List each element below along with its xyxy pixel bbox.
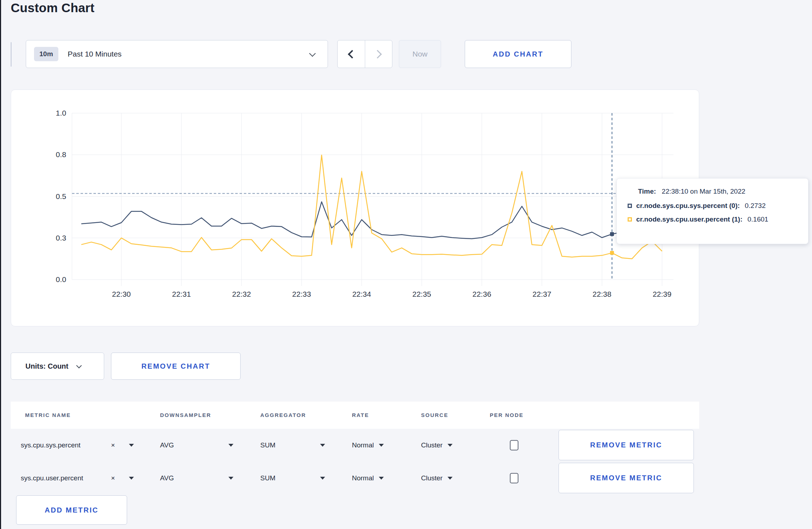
- y-tick-label: 0.0: [56, 275, 66, 283]
- metric-name-label: sys.cpu.sys.percent: [21, 441, 81, 449]
- tooltip-series-user-value: 0.1601: [748, 215, 768, 223]
- clear-metric-icon[interactable]: ×: [111, 462, 115, 495]
- caret-down-icon: [129, 477, 134, 480]
- caret-down-icon: [379, 477, 384, 480]
- aggregator-caret[interactable]: [320, 462, 325, 495]
- rate-select[interactable]: Normal: [352, 429, 384, 462]
- chart-tooltip: Time:22:38:10 on Mar 15th, 2022 cr.node.…: [617, 178, 808, 244]
- metric-row: sys.cpu.user.percent × AVG SUM Normal Cl…: [11, 462, 699, 495]
- tooltip-series-user-label: cr.node.sys.cpu.user.percent (1):: [636, 215, 743, 223]
- time-range-select[interactable]: 10m Past 10 Minutes: [26, 40, 328, 68]
- metrics-table-header: METRIC NAME DOWNSAMPLER AGGREGATOR RATE …: [11, 402, 699, 429]
- caret-down-icon: [379, 444, 384, 447]
- rate-select[interactable]: Normal: [352, 462, 384, 495]
- time-pager: [337, 40, 392, 68]
- crosshair-point-sys: [610, 232, 614, 236]
- remove-metric-button[interactable]: REMOVE METRIC: [559, 463, 694, 493]
- x-tick-label: 22:30: [112, 290, 131, 298]
- source-select[interactable]: Cluster: [421, 462, 453, 495]
- add-chart-button[interactable]: ADD CHART: [465, 40, 571, 68]
- metric-name-select[interactable]: sys.cpu.sys.percent: [21, 429, 81, 462]
- chevron-down-icon: [309, 50, 315, 57]
- prev-range-button[interactable]: [338, 40, 365, 68]
- aggregator-select[interactable]: SUM: [260, 462, 275, 495]
- downsampler-caret[interactable]: [228, 462, 233, 495]
- aggregator-caret[interactable]: [320, 429, 325, 462]
- metric-row: sys.cpu.sys.percent × AVG SUM Normal Clu…: [11, 429, 699, 462]
- caret-down-icon: [228, 444, 233, 447]
- y-tick-label: 0.5: [56, 192, 66, 200]
- downsampler-label: AVG: [160, 441, 174, 449]
- caret-down-icon: [320, 444, 325, 447]
- chart-svg[interactable]: 0.00.30.50.81.022:3022:3122:3222:3322:34…: [11, 90, 700, 327]
- now-button[interactable]: Now: [399, 40, 441, 68]
- y-tick-label: 0.8: [56, 150, 66, 159]
- aggregator-label: SUM: [260, 474, 275, 482]
- chevron-left-icon: [348, 50, 357, 58]
- tooltip-series-sys-label: cr.node.sys.cpu.sys.percent (0):: [636, 202, 740, 210]
- chevron-right-icon: [373, 50, 382, 58]
- time-range-divider: [11, 42, 11, 67]
- source-select[interactable]: Cluster: [421, 429, 453, 462]
- x-tick-label: 22:31: [172, 290, 191, 298]
- tooltip-series-sys-value: 0.2732: [745, 202, 765, 210]
- downsampler-caret[interactable]: [228, 429, 233, 462]
- per-node-checkbox[interactable]: [510, 473, 518, 484]
- downsampler-label: AVG: [160, 474, 174, 482]
- column-header-downsampler: DOWNSAMPLER: [160, 402, 211, 429]
- next-range-button[interactable]: [365, 40, 392, 68]
- x-tick-label: 22:34: [352, 290, 371, 298]
- source-label: Cluster: [421, 441, 443, 449]
- time-range-label: Past 10 Minutes: [68, 50, 122, 58]
- x-tick-label: 22:32: [232, 290, 251, 298]
- downsampler-select[interactable]: AVG: [160, 429, 174, 462]
- rate-label: Normal: [352, 474, 374, 482]
- caret-down-icon: [448, 444, 453, 447]
- units-label: Units: Count: [25, 362, 68, 370]
- caret-down-icon: [448, 477, 453, 480]
- column-header-source: SOURCE: [421, 402, 448, 429]
- column-header-per-node: PER NODE: [490, 402, 523, 429]
- source-label: Cluster: [421, 474, 443, 482]
- add-metric-button[interactable]: ADD METRIC: [16, 495, 127, 525]
- column-header-aggregator: AGGREGATOR: [260, 402, 306, 429]
- series-sys-swatch-icon: [628, 204, 632, 208]
- metric-name-caret[interactable]: [129, 429, 134, 462]
- chevron-down-icon: [76, 363, 82, 368]
- aggregator-select[interactable]: SUM: [260, 429, 275, 462]
- clear-metric-icon[interactable]: ×: [111, 429, 115, 462]
- caret-down-icon: [129, 444, 134, 447]
- remove-chart-button[interactable]: REMOVE CHART: [111, 353, 241, 380]
- x-tick-label: 22:35: [412, 290, 431, 298]
- x-tick-label: 22:33: [292, 290, 311, 298]
- x-tick-label: 22:39: [653, 290, 672, 298]
- metric-name-label: sys.cpu.user.percent: [21, 474, 83, 482]
- tooltip-time-label: Time:: [638, 188, 656, 195]
- metric-name-select[interactable]: sys.cpu.user.percent: [21, 462, 83, 495]
- y-tick-label: 1.0: [56, 109, 66, 117]
- downsampler-select[interactable]: AVG: [160, 462, 174, 495]
- caret-down-icon: [320, 477, 325, 480]
- left-edge-strip: [0, 0, 1, 529]
- column-header-rate: RATE: [352, 402, 369, 429]
- x-tick-label: 22:38: [593, 290, 612, 298]
- rate-label: Normal: [352, 441, 374, 449]
- series-line-user: [81, 155, 662, 259]
- tooltip-series-row: cr.node.sys.cpu.sys.percent (0): 0.2732: [628, 202, 799, 210]
- tooltip-time-value: 22:38:10 on Mar 15th, 2022: [662, 188, 745, 195]
- tooltip-series-row: cr.node.sys.cpu.user.percent (1): 0.1601: [628, 215, 799, 223]
- caret-down-icon: [228, 477, 233, 480]
- metric-name-caret[interactable]: [129, 462, 134, 495]
- units-select[interactable]: Units: Count: [11, 353, 104, 380]
- y-tick-label: 0.3: [56, 234, 66, 242]
- per-node-checkbox[interactable]: [510, 440, 518, 451]
- aggregator-label: SUM: [260, 441, 275, 449]
- tooltip-time-row: Time:22:38:10 on Mar 15th, 2022: [638, 188, 799, 195]
- remove-metric-button[interactable]: REMOVE METRIC: [559, 430, 694, 460]
- x-tick-label: 22:37: [532, 290, 551, 298]
- column-header-metric-name: METRIC NAME: [25, 402, 71, 429]
- time-range-badge: 10m: [34, 47, 58, 61]
- page-title: Custom Chart: [11, 1, 95, 15]
- series-user-swatch-icon: [628, 217, 632, 222]
- crosshair-point-user: [610, 251, 614, 255]
